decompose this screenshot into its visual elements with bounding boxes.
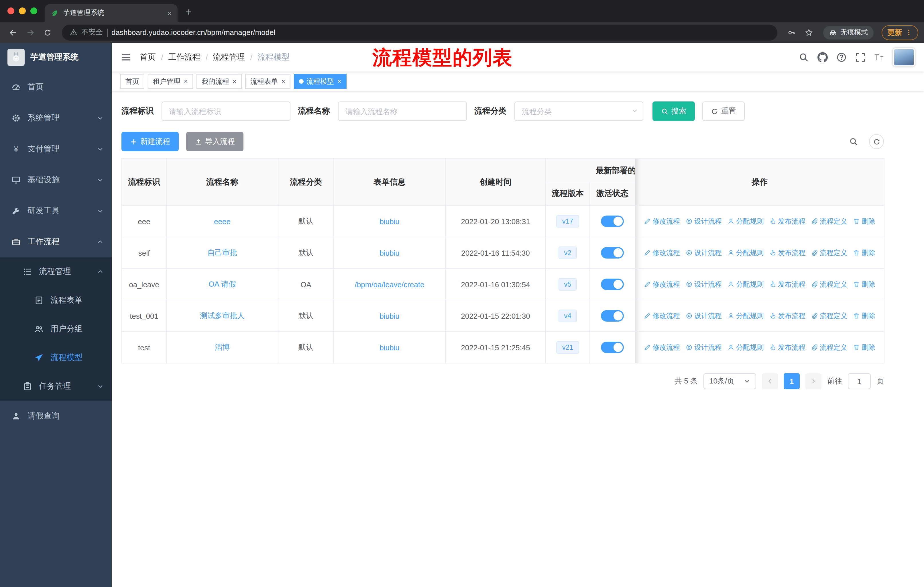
modify-process-link[interactable]: 修改流程 — [644, 342, 680, 352]
process-name-input[interactable] — [338, 101, 467, 121]
publish-process-link[interactable]: 发布流程 — [769, 311, 805, 321]
form-info-link[interactable]: biubiu — [380, 343, 399, 352]
sidebar-item-user-group[interactable]: 用户分组 — [0, 315, 112, 343]
process-category-select-input[interactable] — [515, 101, 643, 121]
tag-process-model[interactable]: 流程模型 × — [294, 74, 346, 89]
macos-zoom-button[interactable] — [30, 7, 37, 14]
process-name-link[interactable]: OA 请假 — [208, 280, 236, 288]
github-icon[interactable] — [817, 52, 828, 63]
table-search-button[interactable] — [846, 134, 861, 149]
sidebar-item-process-mgmt[interactable]: 流程管理 — [0, 257, 112, 286]
active-toggle[interactable] — [601, 310, 624, 322]
sidebar-item-process-model[interactable]: 流程模型 — [0, 343, 112, 372]
back-button[interactable] — [6, 25, 21, 40]
sidebar-item-home[interactable]: 首页 — [0, 72, 112, 103]
active-toggle[interactable] — [601, 279, 624, 290]
omnibox[interactable]: 不安全 dashboard.yudao.iocoder.cn/bpm/manag… — [62, 24, 777, 40]
url-text[interactable]: dashboard.yudao.iocoder.cn/bpm/manager/m… — [111, 28, 275, 37]
process-definition-link[interactable]: 流程定义 — [811, 311, 847, 321]
prev-page-button[interactable] — [762, 373, 778, 389]
breadcrumb-item[interactable]: 首页 — [140, 52, 156, 63]
form-info-link[interactable]: /bpm/oa/leave/create — [355, 280, 424, 289]
sidebar-item-system[interactable]: 系统管理 — [0, 103, 112, 134]
user-avatar[interactable] — [893, 48, 915, 66]
page-size-select[interactable]: 10条/页 — [703, 373, 756, 389]
sidebar-item-payment[interactable]: ¥ 支付管理 — [0, 134, 112, 165]
forward-button[interactable] — [23, 25, 38, 40]
form-info-link[interactable]: biubiu — [380, 312, 399, 320]
close-icon[interactable]: × — [233, 78, 237, 85]
process-definition-link[interactable]: 流程定义 — [811, 279, 847, 289]
tab-close-icon[interactable]: × — [167, 8, 172, 18]
form-info-link[interactable]: biubiu — [380, 217, 399, 226]
bookmark-star-icon[interactable] — [802, 25, 816, 40]
close-icon[interactable]: × — [184, 78, 188, 85]
sidebar-item-workflow[interactable]: 工作流程 — [0, 227, 112, 257]
process-definition-link[interactable]: 流程定义 — [811, 217, 847, 226]
table-refresh-button[interactable] — [869, 134, 884, 149]
active-toggle[interactable] — [601, 247, 624, 258]
import-process-button[interactable]: 导入流程 — [186, 132, 243, 151]
design-process-link[interactable]: 设计流程 — [686, 342, 722, 352]
delete-link[interactable]: 删除 — [853, 279, 875, 289]
sidebar-item-leave-query[interactable]: 请假查询 — [0, 401, 112, 432]
tag-tenant[interactable]: 租户管理 × — [148, 74, 193, 89]
assign-rule-link[interactable]: 分配规则 — [728, 248, 764, 258]
browser-tab[interactable]: 芋道管理系统 × — [45, 4, 178, 22]
goto-page-input[interactable] — [848, 373, 871, 389]
font-size-icon[interactable]: TT — [874, 52, 884, 63]
sidebar-item-devtools[interactable]: 研发工具 — [0, 195, 112, 227]
reset-button[interactable]: 重置 — [702, 101, 745, 121]
security-label[interactable]: 不安全 — [81, 28, 103, 37]
fullscreen-icon[interactable] — [855, 52, 866, 63]
active-toggle[interactable] — [601, 215, 624, 227]
help-icon[interactable] — [837, 52, 846, 63]
create-process-button[interactable]: 新建流程 — [121, 132, 179, 151]
hamburger-icon[interactable] — [121, 52, 131, 63]
page-1-button[interactable]: 1 — [784, 373, 800, 389]
delete-link[interactable]: 删除 — [853, 217, 875, 226]
close-icon[interactable]: × — [281, 78, 285, 85]
publish-process-link[interactable]: 发布流程 — [769, 279, 805, 289]
app-logo[interactable]: 芋道管理系统 — [0, 43, 112, 72]
sidebar-item-infra[interactable]: 基础设施 — [0, 165, 112, 195]
form-info-link[interactable]: biubiu — [380, 248, 399, 257]
process-definition-link[interactable]: 流程定义 — [811, 248, 847, 258]
sidebar-item-task-mgmt[interactable]: 任务管理 — [0, 372, 112, 401]
process-name-link[interactable]: 滔博 — [215, 343, 230, 351]
password-key-icon[interactable] — [784, 25, 799, 40]
process-name-link[interactable]: 测试多审批人 — [200, 311, 244, 320]
modify-process-link[interactable]: 修改流程 — [644, 311, 680, 321]
assign-rule-link[interactable]: 分配规则 — [728, 217, 764, 226]
tag-my-process[interactable]: 我的流程 × — [196, 74, 242, 89]
process-category-select[interactable] — [515, 101, 643, 121]
publish-process-link[interactable]: 发布流程 — [769, 217, 805, 226]
search-button[interactable]: 搜索 — [652, 101, 695, 121]
new-tab-button[interactable]: + — [186, 6, 191, 18]
search-icon[interactable] — [799, 52, 809, 63]
assign-rule-link[interactable]: 分配规则 — [728, 342, 764, 352]
delete-link[interactable]: 删除 — [853, 342, 875, 352]
tag-home[interactable]: 首页 — [120, 74, 144, 89]
macos-close-button[interactable] — [7, 7, 14, 14]
design-process-link[interactable]: 设计流程 — [686, 248, 722, 258]
reload-button[interactable] — [40, 25, 55, 40]
design-process-link[interactable]: 设计流程 — [686, 217, 722, 226]
process-name-link[interactable]: eeee — [214, 217, 231, 226]
modify-process-link[interactable]: 修改流程 — [644, 279, 680, 289]
macos-minimize-button[interactable] — [19, 7, 26, 14]
next-page-button[interactable] — [805, 373, 822, 389]
modify-process-link[interactable]: 修改流程 — [644, 248, 680, 258]
browser-menu-icon[interactable] — [905, 29, 912, 36]
publish-process-link[interactable]: 发布流程 — [769, 342, 805, 352]
process-name-link[interactable]: 自己审批 — [207, 248, 237, 257]
modify-process-link[interactable]: 修改流程 — [644, 217, 680, 226]
delete-link[interactable]: 删除 — [853, 311, 875, 321]
breadcrumb-item[interactable]: 流程管理 — [213, 52, 245, 63]
design-process-link[interactable]: 设计流程 — [686, 279, 722, 289]
chrome-update-button[interactable]: 更新 — [882, 25, 918, 40]
design-process-link[interactable]: 设计流程 — [686, 311, 722, 321]
tag-process-form[interactable]: 流程表单 × — [245, 74, 290, 89]
process-definition-link[interactable]: 流程定义 — [811, 342, 847, 352]
sidebar-item-process-form[interactable]: 流程表单 — [0, 286, 112, 315]
